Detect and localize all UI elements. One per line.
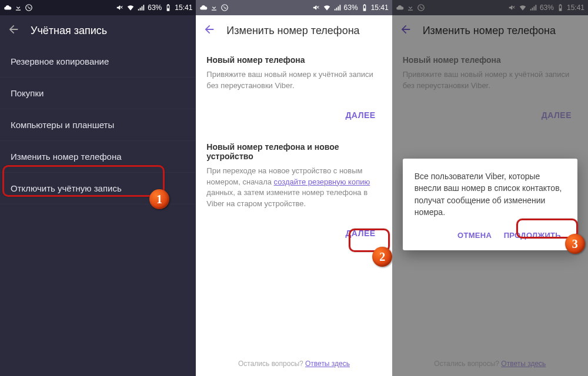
- download-icon: [210, 4, 218, 12]
- battery-pct: 63%: [148, 4, 162, 12]
- appbar: Учётная запись: [0, 15, 196, 46]
- cloud-icon: [199, 4, 208, 12]
- page-title: Изменить номер телефона: [226, 25, 359, 37]
- menu-change-number[interactable]: Изменить номер телефона: [0, 141, 196, 173]
- section-new-number: Новый номер телефона Привяжите ваш новый…: [196, 46, 392, 101]
- action-row: ДАЛЕЕ: [196, 101, 392, 133]
- mute-icon: [312, 4, 320, 12]
- signal-icon: [137, 4, 145, 12]
- back-icon[interactable]: [203, 23, 216, 38]
- footer-help: Остались вопросы? Ответы здесь: [196, 360, 392, 368]
- screen-account: 63% 15:41 Учётная запись Резервное копир…: [0, 0, 196, 376]
- backup-link[interactable]: создайте резервную копию: [274, 177, 370, 186]
- footer-text: Остались вопросы?: [238, 360, 305, 368]
- continue-button[interactable]: ПРОДОЛЖИТЬ: [499, 226, 566, 244]
- signal-icon: [333, 4, 342, 12]
- screen-change-number: 63% 15:41 Изменить номер телефона Новый …: [196, 0, 392, 376]
- dialog-text: Все пользователи Viber, которые внесли в…: [415, 170, 566, 218]
- battery-icon: [360, 4, 369, 12]
- page-title: Учётная запись: [31, 25, 107, 37]
- statusbar: 63% 15:41: [196, 0, 392, 15]
- wifi-icon: [126, 4, 135, 12]
- menu-purchases[interactable]: Покупки: [0, 78, 196, 109]
- viber-icon: [25, 4, 33, 12]
- confirm-dialog: Все пользователи Viber, которые внесли в…: [403, 159, 577, 250]
- cancel-button[interactable]: ОТМЕНА: [453, 226, 496, 244]
- battery-icon: [164, 4, 172, 12]
- screen-dialog: 63% 15:41 Изменить номер телефона Новый …: [392, 0, 588, 376]
- clock: 15:41: [371, 4, 389, 12]
- section-desc: Привяжите ваш новый номер к учётной запи…: [206, 69, 381, 92]
- menu-computers[interactable]: Компьютеры и планшеты: [0, 109, 196, 141]
- download-icon: [14, 4, 22, 12]
- clock: 15:41: [175, 4, 192, 12]
- mute-icon: [116, 4, 124, 12]
- dialog-actions: ОТМЕНА ПРОДОЛЖИТЬ: [415, 226, 566, 244]
- wifi-icon: [323, 4, 331, 12]
- section-desc: При переходе на новое устройство с новым…: [206, 166, 381, 210]
- statusbar: 63% 15:41: [0, 0, 196, 15]
- section-title: Новый номер телефона и новое устройство: [206, 142, 381, 161]
- next-button-1[interactable]: ДАЛЕЕ: [339, 106, 381, 125]
- appbar: Изменить номер телефона: [196, 15, 392, 46]
- battery-pct: 63%: [344, 4, 358, 12]
- next-button-2[interactable]: ДАЛЕЕ: [339, 224, 381, 243]
- footer-link[interactable]: Ответы здесь: [305, 360, 350, 368]
- desc-b: данных, а затем измените номер телефона …: [206, 188, 368, 208]
- menu-backup[interactable]: Резервное копирование: [0, 46, 196, 78]
- viber-icon: [220, 4, 229, 12]
- section-new-device: Новый номер телефона и новое устройство …: [196, 133, 392, 219]
- cloud-icon: [4, 4, 12, 12]
- action-row: ДАЛЕЕ: [196, 219, 392, 251]
- back-icon[interactable]: [7, 23, 20, 38]
- menu-deactivate[interactable]: Отключить учётную запись: [0, 173, 196, 204]
- section-title: Новый номер телефона: [206, 55, 381, 65]
